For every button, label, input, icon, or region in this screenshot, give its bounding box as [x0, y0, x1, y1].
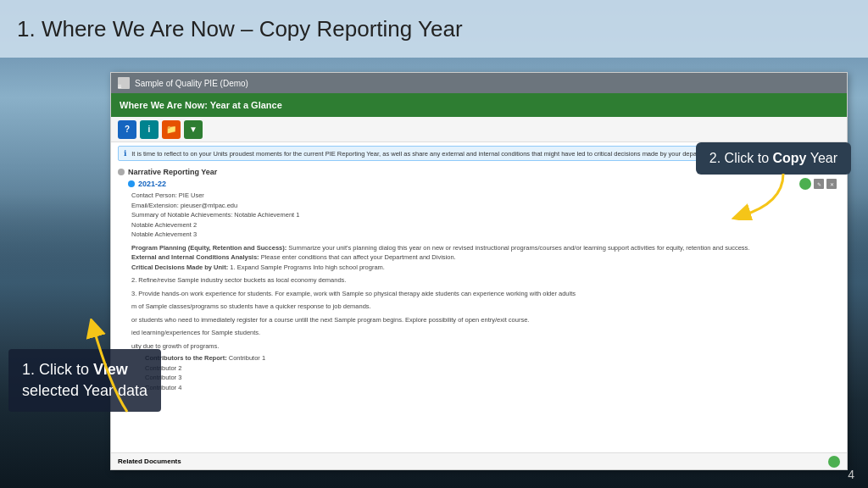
critical-label: Critical Decisions Made by Unit: [131, 263, 228, 271]
contributors-section: Contributors to the Report: Contributor … [131, 354, 840, 392]
app-toolbar: ? i 📁 ▼ [111, 117, 847, 142]
app-container: ≡ Sample of Quality PIE (Demo) Where We … [110, 72, 848, 470]
item5-line: or students who need to immediately regi… [131, 316, 840, 325]
item7-line: uity due to growth of programs. [131, 342, 840, 352]
navbar-title: Where We Are Now: Year at a Glance [120, 100, 282, 110]
narrative-title: Narrative Reporting Year [128, 168, 217, 176]
section-break-5 [118, 313, 840, 315]
external-label: External and Internal Conditions Analysi… [131, 253, 259, 261]
delete-icon[interactable]: ✕ [826, 179, 837, 189]
item2-line: 2. Refine/revise Sample industry sector … [131, 276, 840, 286]
toolbar-btn-info[interactable]: i [140, 120, 159, 139]
slide-title: 1. Where We Are Now – Copy Reporting Yea… [17, 16, 463, 42]
copy-arrow [707, 169, 809, 220]
page-number: 4 [848, 468, 854, 481]
section-break-7 [118, 339, 840, 341]
contributor4-line: Contributor 4 [145, 384, 840, 393]
menu-icon[interactable]: ≡ [118, 77, 130, 89]
section-break-3 [118, 286, 840, 289]
notable3-line: Notable Achievement 3 [131, 230, 840, 240]
notable2-line: Notable Achievement 2 [131, 221, 840, 230]
slide-container: 1. Where We Are Now – Copy Reporting Yea… [0, 0, 868, 488]
year-dot [128, 180, 135, 187]
section-break-2 [118, 273, 840, 275]
item4-line: m of Sample classes/programs so students… [131, 302, 840, 312]
narrative-dot [118, 169, 125, 175]
title-bar: 1. Where We Are Now – Copy Reporting Yea… [0, 0, 868, 58]
section-break-4 [118, 299, 840, 302]
contributor3-line: Contributor 3 [145, 374, 840, 383]
toolbar-btn-help[interactable]: ? [118, 120, 136, 139]
callout-copy-text-prefix: 2. Click to [709, 151, 773, 165]
view-arrow [76, 319, 144, 420]
program-planning-line: Program Planning (Equity, Retention and … [131, 244, 840, 253]
year-label: 2021-22 [138, 180, 166, 188]
contributor1: Contributor 1 [229, 354, 265, 362]
section-break-1 [118, 241, 840, 243]
edit-icon[interactable]: ✎ [814, 179, 824, 189]
related-docs-bar: Related Documents [111, 452, 847, 469]
app-title: Sample of Quality PIE (Demo) [135, 79, 248, 88]
toolbar-btn-dropdown[interactable]: ▼ [184, 120, 203, 139]
external-text: Please enter conditions that can affect … [261, 253, 456, 261]
critical-text: 1. Expand Sample Programs Into high scho… [230, 263, 385, 271]
app-navbar: Where We Are Now: Year at a Glance [111, 93, 847, 117]
program-planning-text: Summarize your unit's planning dialog th… [288, 244, 749, 252]
program-planning-label: Program Planning (Equity, Retention and … [131, 244, 287, 252]
critical-line: Critical Decisions Made by Unit: 1. Expa… [131, 263, 840, 273]
contributor2-line: Contributor 2 [145, 364, 840, 374]
related-docs-add-button[interactable] [828, 456, 840, 468]
external-line: External and Internal Conditions Analysi… [131, 253, 840, 263]
contributors-line: Contributors to the Report: Contributor … [145, 354, 840, 363]
toolbar-btn-folder[interactable]: 📁 [162, 120, 181, 139]
section-break-6 [118, 325, 840, 328]
related-docs-label: Related Documents [118, 458, 181, 465]
callout-copy-text-suffix: Year [807, 151, 837, 165]
app-topbar: ≡ Sample of Quality PIE (Demo) [111, 73, 847, 93]
callout-copy-bold: Copy [773, 151, 807, 165]
item6-line: ied learning/experiences for Sample stud… [131, 329, 840, 338]
item3-line: 3. Provide hands-on work experience for … [131, 290, 840, 299]
